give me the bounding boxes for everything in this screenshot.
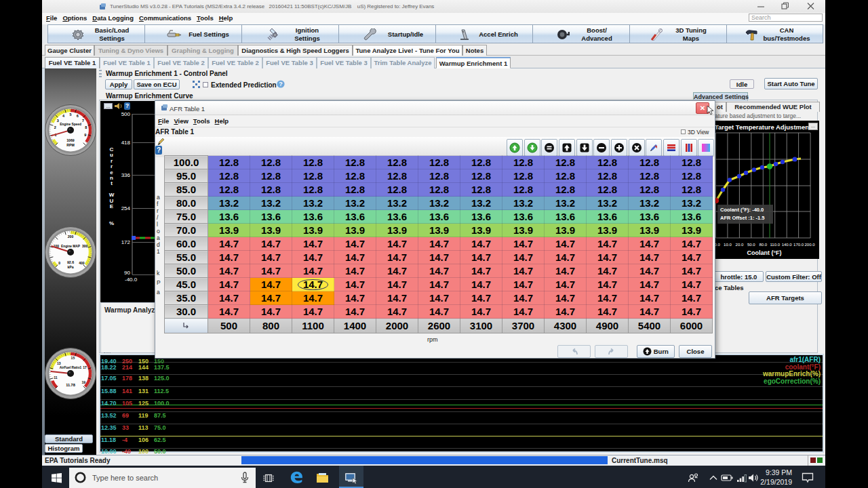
svg-text:9: 9: [84, 133, 86, 137]
svg-text:50.0: 50.0: [747, 243, 755, 247]
svg-text:?: ?: [279, 81, 283, 87]
svg-text:400: 400: [79, 261, 85, 265]
svg-text:Coolant (°F): Coolant (°F): [747, 249, 781, 256]
svg-text:2: 2: [54, 125, 56, 129]
svg-text:10.0: 10.0: [724, 243, 732, 247]
svg-text:RPM: RPM: [66, 143, 75, 147]
svg-text:92.6: 92.6: [67, 260, 74, 264]
svg-text:AFR Offset :1: -1.5: AFR Offset :1: -1.5: [720, 215, 764, 221]
svg-text:Engine MAP: Engine MAP: [61, 245, 81, 248]
svg-text:200.0: 200.0: [804, 243, 815, 247]
svg-text:7: 7: [82, 119, 84, 123]
svg-text:8: 8: [85, 125, 87, 129]
svg-text:Engine Speed: Engine Speed: [60, 123, 81, 126]
svg-text:110.0: 110.0: [770, 243, 780, 247]
svg-text:3: 3: [57, 119, 59, 123]
svg-text:kPa: kPa: [67, 265, 73, 269]
svg-text:170.0: 170.0: [793, 243, 804, 247]
svg-text:200: 200: [68, 235, 74, 239]
svg-text:20.0: 20.0: [736, 243, 744, 247]
svg-text:15: 15: [71, 356, 75, 360]
svg-text:Coolant (°F): -40.0: Coolant (°F): -40.0: [720, 207, 764, 213]
svg-text:13: 13: [57, 361, 61, 365]
svg-text:6: 6: [77, 114, 79, 118]
svg-text:5: 5: [69, 113, 71, 117]
svg-text:1069: 1069: [66, 138, 75, 142]
svg-text:80.0: 80.0: [759, 243, 767, 247]
svg-text:AirFuel Ratio1: AirFuel Ratio1: [60, 366, 82, 369]
svg-text:300: 300: [82, 244, 88, 248]
svg-text:11.78: 11.78: [66, 383, 75, 387]
svg-text:0: 0: [58, 261, 60, 265]
svg-text:11: 11: [54, 375, 58, 380]
svg-text:17: 17: [83, 365, 87, 369]
svg-text:140.0: 140.0: [782, 243, 793, 247]
svg-text:19: 19: [81, 380, 85, 384]
